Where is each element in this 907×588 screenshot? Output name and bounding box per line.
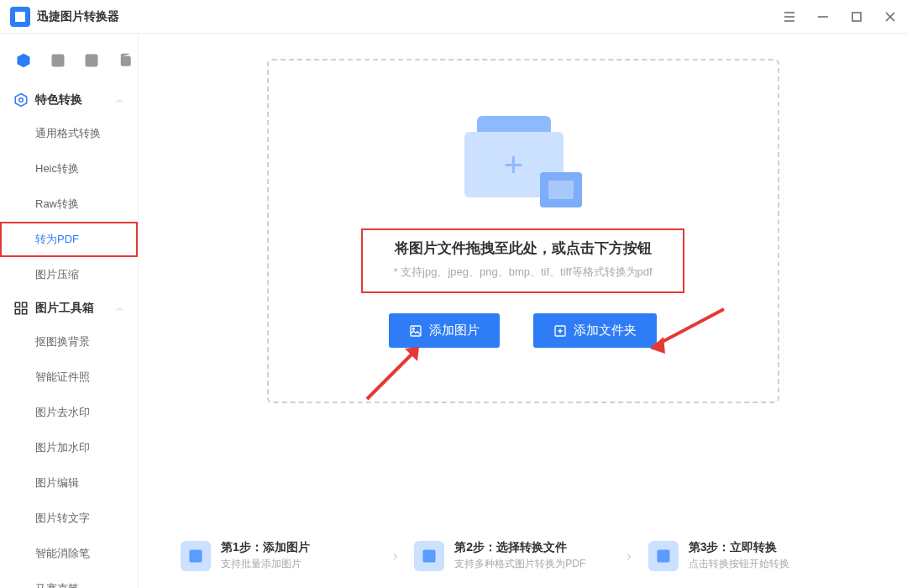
chevron-right-icon: › (393, 549, 397, 564)
dropzone-title: 将图片文件拖拽至此处，或点击下方按钮 (393, 239, 652, 258)
button-label: 添加文件夹 (574, 323, 637, 339)
step-desc: 支持批量添加图片 (221, 557, 383, 571)
step-convert-icon (648, 541, 679, 571)
step-title: 第2步：选择转换文件 (454, 540, 616, 555)
dropzone-text-highlight: 将图片文件拖拽至此处，或点击下方按钮 * 支持jpg、jpeg、png、bmp、… (361, 228, 684, 293)
titlebar: 迅捷图片转换器 (0, 0, 907, 34)
annotation-arrow-icon (359, 340, 434, 407)
svg-rect-7 (23, 302, 27, 307)
close-button[interactable] (883, 10, 897, 24)
svg-rect-13 (190, 549, 202, 562)
step-2: 第2步：选择转换文件 支持多种格式图片转换为PDF › (414, 540, 631, 571)
svg-rect-4 (122, 57, 131, 66)
hexagon-outline-icon (13, 92, 29, 108)
section-featured[interactable]: 特色转换 ︿ (0, 84, 138, 116)
svg-rect-9 (23, 310, 27, 314)
svg-rect-15 (657, 549, 669, 562)
dropzone-buttons: 添加图片 添加文件夹 (389, 313, 657, 348)
image-icon[interactable] (50, 52, 66, 69)
sidebar-item-compress[interactable]: 图片压缩 (0, 257, 138, 292)
sidebar-item-id-photo[interactable]: 智能证件照 (0, 360, 138, 395)
content-area: + 将图片文件拖拽至此处，或点击下方按钮 * 支持jpg、jpeg、png、bm… (139, 34, 907, 588)
maximize-button[interactable] (850, 10, 863, 24)
menu-button[interactable] (783, 10, 796, 24)
steps-bar: 第1步：添加图片 支持批量添加图片 › 第2步：选择转换文件 支持多种格式图片转… (181, 510, 865, 588)
add-folder-button[interactable]: 添加文件夹 (533, 313, 657, 348)
step-1: 第1步：添加图片 支持批量添加图片 › (181, 540, 397, 571)
svg-point-5 (19, 98, 24, 102)
step-desc: 点击转换按钮开始转换 (689, 557, 865, 571)
step-3: 第3步：立即转换 点击转换按钮开始转换 (648, 540, 865, 571)
sidebar-item-heic[interactable]: Heic转换 (0, 151, 138, 186)
add-image-button[interactable]: 添加图片 (389, 313, 500, 348)
grid-icon (13, 301, 29, 316)
svg-rect-8 (15, 310, 19, 314)
svg-point-2 (55, 57, 56, 59)
hexagon-icon[interactable] (15, 52, 32, 69)
sidebar-item-bg-remove[interactable]: 抠图换背景 (0, 324, 138, 360)
layers-icon[interactable] (118, 52, 133, 69)
folder-plus-icon (553, 324, 567, 338)
sidebar-item-mosaic[interactable]: 马赛克笔 (0, 571, 138, 588)
broken-image-icon[interactable] (84, 52, 99, 69)
app-title: 迅捷图片转换器 (37, 9, 119, 24)
svg-rect-6 (15, 302, 19, 307)
sidebar-item-to-pdf[interactable]: 转为PDF (0, 222, 138, 257)
sidebar-item-general-convert[interactable]: 通用格式转换 (0, 116, 138, 151)
dropzone[interactable]: + 将图片文件拖拽至此处，或点击下方按钮 * 支持jpg、jpeg、png、bm… (267, 59, 779, 403)
svg-rect-10 (411, 326, 421, 336)
chevron-up-icon: ︿ (116, 302, 124, 314)
folder-illustration-icon: + (456, 102, 590, 212)
section-toolbox[interactable]: 图片工具箱 ︿ (0, 292, 138, 324)
sidebar-item-edit[interactable]: 图片编辑 (0, 465, 138, 501)
minimize-button[interactable] (816, 10, 830, 24)
sidebar-item-raw[interactable]: Raw转换 (0, 186, 138, 222)
step-title: 第1步：添加图片 (221, 540, 383, 555)
step-title: 第3步：立即转换 (689, 540, 865, 555)
step-desc: 支持多种格式图片转换为PDF (454, 557, 616, 571)
app-logo-icon (10, 7, 30, 27)
sidebar-item-eraser[interactable]: 智能消除笔 (0, 536, 138, 571)
section-title: 图片工具箱 (35, 301, 116, 316)
svg-point-11 (412, 328, 414, 329)
chevron-right-icon: › (627, 549, 631, 564)
sidebar-item-ocr[interactable]: 图片转文字 (0, 501, 138, 536)
sidebar: 特色转换 ︿ 通用格式转换 Heic转换 Raw转换 转为PDF 图片压缩 图片… (0, 34, 139, 588)
chevron-up-icon: ︿ (116, 94, 124, 106)
sidebar-top-icons (0, 40, 138, 84)
section-title: 特色转换 (35, 92, 116, 108)
svg-rect-0 (852, 13, 861, 21)
window-controls (783, 10, 897, 24)
step-file-icon (414, 541, 444, 571)
sidebar-item-add-watermark[interactable]: 图片加水印 (0, 430, 138, 465)
dropzone-subtitle: * 支持jpg、jpeg、png、bmp、tif、tiff等格式转换为pdf (393, 265, 652, 280)
sidebar-item-remove-watermark[interactable]: 图片去水印 (0, 395, 138, 430)
button-label: 添加图片 (429, 323, 480, 339)
step-image-icon (181, 541, 211, 571)
svg-rect-14 (423, 549, 436, 562)
image-icon (409, 324, 422, 338)
